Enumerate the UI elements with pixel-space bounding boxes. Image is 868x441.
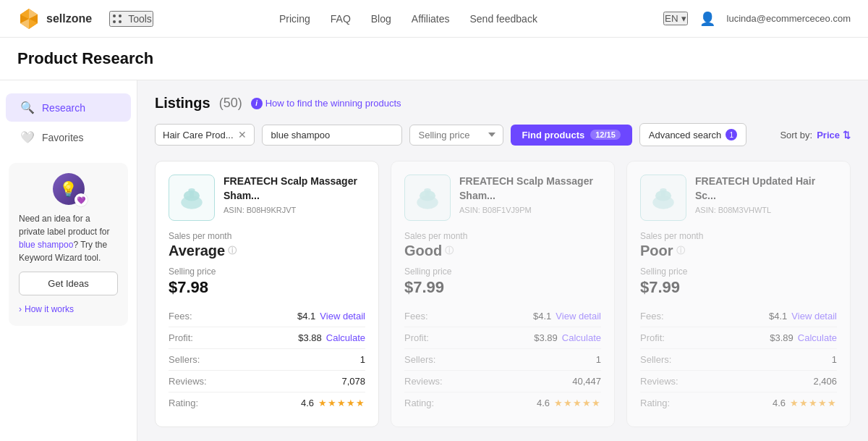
nav-blog[interactable]: Blog (371, 13, 391, 25)
info-icon: ⓘ (676, 245, 685, 257)
find-products-badge: 12/15 (590, 130, 621, 140)
calculate-link[interactable]: Calculate (326, 332, 365, 343)
sort-icon: ⇅ (843, 130, 851, 140)
search-input[interactable] (262, 125, 402, 146)
nav-send-feedback[interactable]: Send feedback (469, 13, 537, 25)
reviews-row: Reviews: 40,447 (404, 371, 601, 392)
heart-icon: 🤍 (20, 130, 35, 144)
sidebar-item-favorites-label: Favorites (42, 132, 84, 143)
nav-faq[interactable]: FAQ (331, 13, 351, 25)
sellers-row: Sellers: 1 (404, 349, 601, 371)
product-thumbnail (647, 181, 680, 214)
stars: ★★★★★ (554, 398, 601, 408)
svg-point-18 (424, 188, 430, 193)
price-value: $7.99 (640, 278, 837, 297)
product-card: FREATECH Scalp Massager Sham... ASIN: B0… (155, 161, 379, 427)
sort-value[interactable]: Price ⇅ (817, 130, 851, 140)
selling-price-label: Selling price (404, 266, 601, 277)
sellers-row: Sellers: 1 (169, 349, 365, 371)
svg-point-8 (119, 14, 122, 17)
svg-point-7 (113, 14, 116, 17)
product-name: FREATECH Updated Hair Sc... (695, 175, 837, 203)
header: sellzone Tools Pricing FAQ Blog Affiliat… (0, 0, 868, 38)
header-left: sellzone Tools (17, 7, 153, 30)
selling-price-select[interactable]: Selling price (409, 125, 503, 146)
selling-price-label: Selling price (169, 266, 365, 277)
logo[interactable]: sellzone (17, 7, 92, 30)
tools-button[interactable]: Tools (109, 11, 153, 27)
fees-row: Fees: $4.1 View detail (640, 306, 837, 327)
info-icon: ⓘ (228, 245, 237, 257)
product-asin: ASIN: B08F1VJ9PM (459, 206, 601, 214)
sellers-row: Sellers: 1 (640, 349, 837, 371)
advanced-search-count: 1 (726, 129, 737, 140)
product-name: FREATECH Scalp Massager Sham... (224, 175, 365, 203)
search-icon: 🔍 (20, 101, 35, 114)
sales-value: Poor ⓘ (640, 243, 837, 259)
nav-pricing[interactable]: Pricing (279, 13, 310, 25)
svg-point-10 (119, 20, 122, 23)
tools-icon (111, 12, 124, 25)
user-icon: 👤 (699, 11, 715, 27)
product-image (640, 175, 686, 221)
svg-point-14 (188, 188, 195, 193)
stars: ★★★★★ (318, 398, 365, 408)
calculate-link[interactable]: Calculate (562, 332, 601, 343)
profit-row: Profit: $3.89 Calculate (404, 327, 601, 349)
filter-tag-remove[interactable]: ✕ (238, 129, 247, 140)
sort-by: Sort by: Price ⇅ (780, 130, 851, 140)
logo-icon (17, 7, 41, 30)
listings-title: Listings (155, 95, 210, 112)
product-asin: ASIN: B08H9KRJVT (224, 206, 365, 214)
rating-row: Rating: 4.6 ★★★★★ (640, 392, 837, 413)
product-name: FREATECH Scalp Massager Sham... (459, 175, 601, 203)
stars: ★★★★★ (790, 398, 837, 408)
search-bar: Hair Care Prod... ✕ Selling price Find p… (155, 123, 851, 146)
chevron-down-icon: ▾ (681, 13, 686, 24)
sidebar-promo-card: 💡 💜 Need an idea for a private label pro… (9, 163, 128, 326)
svg-point-9 (113, 20, 116, 23)
selling-price-label: Selling price (640, 266, 837, 277)
fees-row: Fees: $4.1 View detail (169, 306, 365, 327)
view-detail-link[interactable]: View detail (791, 311, 837, 322)
language-selector[interactable]: EN ▾ (663, 12, 688, 25)
fees-row: Fees: $4.1 View detail (404, 306, 601, 327)
listings-count: (50) (219, 96, 242, 111)
sales-per-month-label: Sales per month (640, 231, 837, 241)
page-title: Product Research (17, 49, 851, 68)
profit-row: Profit: $3.88 Calculate (169, 327, 365, 349)
how-to-link[interactable]: i How to find the winning products (251, 98, 401, 109)
sales-value: Good ⓘ (404, 243, 601, 259)
find-products-button[interactable]: Find products 12/15 (511, 125, 632, 146)
user-email: lucinda@ecommerceceo.com (727, 13, 851, 24)
get-ideas-button[interactable]: Get Ideas (19, 272, 118, 295)
avatar-badge-icon: 💜 (75, 193, 88, 206)
promo-link[interactable]: blue shampoo (19, 240, 73, 250)
nav-affiliates[interactable]: Affiliates (412, 13, 450, 25)
advanced-search-button[interactable]: Advanced search 1 (639, 123, 746, 146)
sales-per-month-label: Sales per month (169, 231, 365, 241)
reviews-row: Reviews: 7,078 (169, 371, 365, 392)
view-detail-link[interactable]: View detail (320, 311, 365, 322)
listings-header: Listings (50) i How to find the winning … (155, 95, 851, 112)
main-layout: 🔍 Research 🤍 Favorites 💡 💜 Need an idea … (0, 80, 868, 441)
view-detail-link[interactable]: View detail (556, 311, 601, 322)
profit-row: Profit: $3.89 Calculate (640, 327, 837, 349)
info-circle-icon: i (251, 98, 263, 109)
header-nav: Pricing FAQ Blog Affiliates Send feedbac… (279, 13, 537, 25)
product-image (404, 175, 451, 221)
promo-text: Need an idea for a private label product… (19, 212, 118, 264)
sidebar-item-favorites[interactable]: 🤍 Favorites (6, 123, 131, 151)
main-content: Listings (50) i How to find the winning … (137, 80, 868, 441)
calculate-link[interactable]: Calculate (798, 332, 837, 343)
sidebar-item-research[interactable]: 🔍 Research (6, 93, 131, 122)
how-it-works-link[interactable]: › How it works (19, 303, 118, 316)
products-grid: FREATECH Scalp Massager Sham... ASIN: B0… (155, 161, 851, 427)
logo-text: sellzone (46, 12, 92, 25)
rating-row: Rating: 4.6 ★★★★★ (169, 392, 365, 413)
sidebar: 🔍 Research 🤍 Favorites 💡 💜 Need an idea … (0, 80, 137, 441)
filter-tag: Hair Care Prod... ✕ (155, 124, 255, 146)
chevron-right-icon: › (19, 303, 22, 316)
product-thumbnail (411, 181, 444, 214)
product-card: FREATECH Scalp Massager Sham... ASIN: B0… (391, 161, 615, 427)
